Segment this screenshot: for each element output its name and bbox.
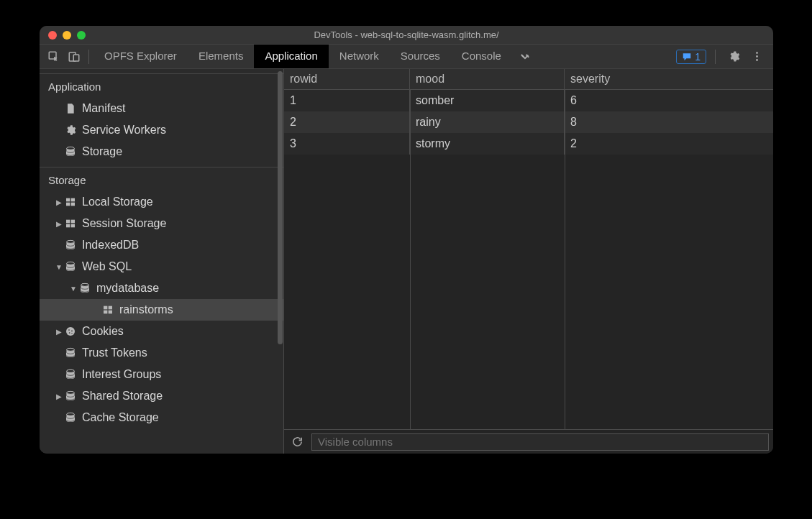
sidebar-item-interest-groups[interactable]: Interest Groups — [40, 364, 283, 385]
sidebar-item-label: Web SQL — [82, 260, 132, 273]
toolbar-divider — [715, 50, 716, 64]
sidebar-item-label: rainstorms — [119, 303, 173, 316]
sidebar-item-storage[interactable]: Storage — [40, 141, 283, 162]
column-divider[interactable] — [565, 90, 565, 429]
table-cell: 3 — [284, 133, 410, 155]
sidebar-item-label: mydatabase — [96, 282, 159, 295]
visible-columns-input[interactable] — [311, 433, 769, 451]
expand-arrow-icon: ▶ — [54, 328, 64, 336]
panel-tabs: OPFS ExplorerElementsApplicationNetworkS… — [93, 45, 512, 68]
sidebar-item-service-workers[interactable]: Service Workers — [40, 119, 283, 141]
svg-rect-15 — [66, 224, 70, 228]
sidebar-item-web-sql[interactable]: ▼Web SQL — [40, 256, 283, 277]
table-cell: 1 — [284, 90, 410, 111]
sidebar-item-rainstorms[interactable]: rainstorms — [40, 299, 283, 321]
expand-arrow-icon: ▶ — [54, 392, 64, 400]
messages-badge[interactable]: 1 — [676, 50, 706, 64]
sidebar-item-manifest[interactable]: Manifest — [40, 98, 283, 119]
device-toggle-button[interactable] — [64, 47, 84, 67]
svg-rect-14 — [71, 220, 75, 224]
database-icon — [64, 368, 77, 381]
table-body: 1somber62rainy83stormy2 — [284, 90, 773, 429]
column-header-severity[interactable]: severity — [565, 69, 773, 89]
grid-icon — [101, 303, 114, 316]
toolbar-divider — [88, 50, 89, 64]
tab-opfs-explorer[interactable]: OPFS Explorer — [93, 45, 188, 68]
tab-network[interactable]: Network — [329, 45, 390, 68]
svg-point-33 — [69, 332, 70, 334]
svg-point-4 — [756, 55, 758, 58]
database-icon — [64, 260, 77, 273]
svg-rect-16 — [71, 224, 75, 228]
titlebar: DevTools - web-sql-to-sqlite-wasm.glitch… — [40, 26, 773, 45]
more-tabs-button[interactable] — [515, 47, 535, 67]
sidebar-item-local-storage[interactable]: ▶Local Storage — [40, 191, 283, 213]
database-icon — [64, 239, 77, 252]
svg-rect-28 — [104, 311, 107, 314]
maximize-button[interactable] — [77, 31, 86, 40]
svg-rect-12 — [71, 203, 75, 206]
toolbar: OPFS ExplorerElementsApplicationNetworkS… — [40, 45, 773, 69]
table-cell: 2 — [565, 133, 773, 155]
settings-button[interactable] — [724, 47, 743, 66]
database-icon — [64, 145, 77, 158]
devtools-window: DevTools - web-sql-to-sqlite-wasm.glitch… — [40, 26, 773, 454]
refresh-button[interactable] — [288, 433, 306, 451]
main-panel: rowidmoodseverity 1somber62rainy83stormy… — [284, 69, 773, 454]
sidebar-section-application: Application — [40, 73, 283, 98]
sidebar-item-shared-storage[interactable]: ▶Shared Storage — [40, 385, 283, 407]
column-divider[interactable] — [410, 90, 411, 429]
sidebar-item-label: Service Workers — [82, 124, 166, 137]
kebab-menu-button[interactable] — [747, 47, 766, 66]
table-row[interactable]: 3stormy2 — [284, 133, 773, 155]
table-row[interactable]: 2rainy8 — [284, 111, 773, 133]
close-button[interactable] — [48, 31, 57, 40]
sidebar-item-indexeddb[interactable]: IndexedDB — [40, 234, 283, 256]
database-icon — [78, 282, 91, 295]
svg-point-32 — [71, 330, 73, 331]
tab-elements[interactable]: Elements — [188, 45, 255, 68]
tab-sources[interactable]: Sources — [390, 45, 451, 68]
database-icon — [64, 390, 77, 403]
tab-console[interactable]: Console — [451, 45, 512, 68]
table-footer — [284, 429, 773, 454]
sidebar-item-label: Manifest — [82, 102, 125, 115]
tab-application[interactable]: Application — [254, 45, 328, 68]
sidebar-item-session-storage[interactable]: ▶Session Storage — [40, 213, 283, 234]
database-icon — [64, 411, 77, 424]
table-cell: 2 — [284, 111, 410, 133]
cookie-icon — [64, 325, 77, 338]
svg-rect-11 — [66, 203, 70, 206]
table-row[interactable]: 1somber6 — [284, 90, 773, 111]
sidebar-item-label: Cookies — [82, 325, 124, 338]
svg-point-3 — [756, 52, 758, 54]
sidebar-item-trust-tokens[interactable]: Trust Tokens — [40, 342, 283, 364]
sidebar-item-cache-storage[interactable]: Cache Storage — [40, 407, 283, 428]
column-header-rowid[interactable]: rowid — [284, 69, 410, 89]
svg-rect-9 — [66, 198, 70, 202]
sidebar: ApplicationManifestService WorkersStorag… — [40, 69, 284, 454]
sidebar-item-cookies[interactable]: ▶Cookies — [40, 321, 283, 342]
svg-point-31 — [68, 329, 70, 331]
sidebar-item-mydatabase[interactable]: ▼mydatabase — [40, 277, 283, 299]
sidebar-item-label: Cache Storage — [82, 411, 159, 424]
minimize-button[interactable] — [63, 31, 71, 40]
column-header-mood[interactable]: mood — [410, 69, 565, 89]
sidebar-item-label: Local Storage — [82, 196, 153, 208]
expand-arrow-icon: ▼ — [54, 263, 64, 271]
scrollbar-thumb[interactable] — [278, 71, 283, 344]
table-cell: rainy — [410, 111, 565, 133]
svg-point-30 — [66, 327, 75, 336]
inspect-element-button[interactable] — [44, 47, 64, 67]
table-cell: somber — [410, 90, 565, 111]
expand-arrow-icon: ▶ — [54, 198, 64, 206]
sidebar-item-label: Session Storage — [82, 217, 166, 230]
window-title: DevTools - web-sql-to-sqlite-wasm.glitch… — [40, 29, 773, 40]
messages-count: 1 — [695, 51, 701, 63]
sidebar-item-label: Shared Storage — [82, 390, 163, 403]
svg-rect-27 — [109, 306, 112, 310]
sidebar-section-storage: Storage — [40, 167, 283, 191]
sidebar-item-label: Storage — [82, 145, 122, 158]
table-cell: stormy — [410, 133, 565, 155]
sidebar-item-label: IndexedDB — [82, 239, 139, 252]
